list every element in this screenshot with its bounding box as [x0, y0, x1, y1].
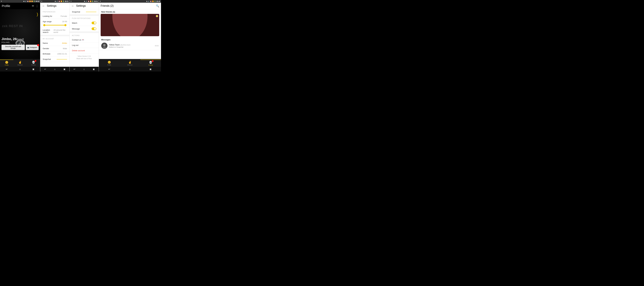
age-slider-right-thumb[interactable]	[64, 24, 66, 26]
location-search-row[interactable]: Location search All around the world	[40, 27, 70, 35]
search-icon[interactable]: 🔍	[156, 4, 159, 8]
edit-icon[interactable]: ✏	[32, 4, 34, 8]
discover-nav-emoji-f: ✌️	[128, 61, 132, 64]
volume-icon: 🔊	[25, 1, 26, 2]
recents-android-icon-s1[interactable]: ▣	[64, 68, 66, 70]
recents-android-icon-s2[interactable]: ▣	[93, 68, 95, 70]
profile-top-bar: Profile ✏ ⋮	[0, 3, 40, 9]
snapchat-row[interactable]: Snapchat	[40, 57, 70, 62]
section-divider-s2	[70, 15, 99, 16]
settings-notifications-content: Snapchat PUSH NOTIFICATIONS Match Messag…	[70, 9, 99, 67]
wifi-icon-s1: 📶	[60, 1, 62, 2]
looking-for-value: Female	[61, 15, 67, 17]
svg-point-2	[126, 17, 134, 27]
message-row-yellow-team[interactable]: Yellow Team @yellow.team Added on Snapch…	[99, 41, 161, 50]
nav-profile[interactable]: 😊 Profile	[0, 60, 14, 66]
back-android-icon-s2[interactable]: ↩	[74, 68, 75, 70]
nav-friends[interactable]: 💀 Friends 1	[27, 60, 40, 66]
status-icons-right: ⏺ 🔊 ⏰ 📶 📶 🔋 09:52	[23, 1, 39, 2]
home-android-icon-s2[interactable]: ⌂	[84, 68, 84, 70]
friends-nav-badge: 1	[35, 60, 36, 62]
recents-android-icon-f[interactable]: ▣	[150, 68, 152, 70]
profile-nav-emoji-f: 😊	[108, 61, 111, 64]
profile-info: Jimbo, 26 POLAND, Describe yourself with…	[2, 37, 39, 50]
profile-image: ) 🦝	[0, 9, 40, 59]
alarm-icon-s1: ⏰	[58, 1, 60, 2]
back-button-s1[interactable]: ←	[42, 4, 45, 8]
wifi-icon-s2: 📶	[90, 1, 92, 2]
name-label: Name	[43, 42, 48, 44]
download-icon-s2: ⬇	[70, 1, 72, 2]
instagram-btn-label: Instagram	[30, 47, 37, 48]
back-button-s2[interactable]: ←	[71, 4, 74, 8]
message-toggle[interactable]	[92, 27, 96, 30]
nav-friends-f[interactable]: 💀 Friends 1	[140, 60, 161, 66]
battery-icon-s2: 🔋	[92, 1, 94, 2]
looking-for-row[interactable]: Looking for Female	[40, 14, 70, 19]
friends-nav-label: Friends	[31, 64, 36, 66]
age-slider-row[interactable]	[40, 24, 70, 27]
age-range-row: Age range 18-98	[40, 19, 70, 24]
nav-discover-f[interactable]: ✌️ Discover	[120, 60, 140, 66]
new-friend-card[interactable]	[101, 14, 159, 36]
my-account-section-title: MY ACCOUNT	[40, 36, 70, 41]
profile-action-buttons: Describe yourself with Emojis 📷 Instagra…	[2, 45, 39, 50]
name-row[interactable]: Name Jimbo	[40, 41, 70, 46]
status-bar-profile: ⬇ ⏺ 🔊 ⏰ 📶 📶 🔋 09:52	[0, 0, 40, 3]
emoji-describe-button[interactable]: Describe yourself with Emojis	[2, 45, 25, 50]
back-android-icon[interactable]: ↩	[6, 68, 8, 70]
profile-title: Profile	[2, 4, 30, 8]
android-nav-friends: ↩ ⌂ ▣	[99, 67, 161, 72]
gender-value: Male	[63, 47, 67, 50]
match-toggle[interactable]	[92, 22, 96, 24]
home-android-icon[interactable]: ⌂	[19, 68, 20, 70]
bottom-nav-friends: 😊 Profile ✌️ Discover 💀 Friends 1	[99, 59, 161, 67]
age-range-label: Age range	[43, 20, 52, 23]
discover-nav-label-f: Discover	[127, 64, 132, 66]
alarm-icon-f: ⏰	[150, 1, 152, 2]
age-slider-track[interactable]	[43, 25, 66, 26]
age-slider-left-thumb[interactable]	[43, 24, 45, 26]
new-friends-section-title: New friends (1)	[99, 9, 161, 14]
birthdate-value: 1990-01-01	[57, 53, 67, 55]
volume-icon-s1: 🔊	[56, 1, 58, 2]
friends-nav-label-f: Friends	[148, 64, 153, 66]
home-android-icon-s1[interactable]: ⌂	[54, 68, 55, 70]
settings2-title: Settings	[76, 4, 97, 8]
bottom-nav-profile: 😊 Profile ✌️ Discover 💀 Friends 1	[0, 59, 40, 67]
actions-title: ACTIONS	[70, 33, 99, 37]
status-icons-left-f: ⬇	[100, 1, 101, 2]
back-android-icon-f[interactable]: ↩	[108, 68, 110, 70]
gender-row[interactable]: Gender Male	[40, 46, 70, 51]
emoji-btn-label: Describe yourself with Emojis	[3, 46, 23, 49]
friend-photo-svg	[101, 14, 159, 36]
log-out-row[interactable]: Log out	[70, 43, 99, 48]
birthdate-row[interactable]: Birthdate 1990-01-01	[40, 51, 70, 57]
snapchat-label: Snapchat	[43, 58, 51, 60]
more-icon[interactable]: ⋮	[36, 4, 38, 8]
nav-profile-f[interactable]: 😊 Profile	[99, 60, 120, 66]
home-android-icon-f[interactable]: ⌂	[129, 68, 130, 70]
snapchat-row-s2[interactable]: Snapchat	[70, 9, 99, 15]
message-preview-text: Added on Snapchat	[109, 46, 154, 48]
instagram-button[interactable]: 📷 Instagram 1	[26, 45, 39, 50]
battery-icon-f: 🔋	[154, 1, 156, 2]
record-icon: ⏺	[23, 1, 24, 2]
status-bar-friends: ⬇ ⏺ 🔊 ⏰ 📶 🔋 09:40	[99, 0, 161, 3]
wifi-icon: 📶	[29, 1, 31, 2]
svg-rect-0	[115, 14, 145, 36]
recents-android-icon[interactable]: ▣	[32, 68, 34, 70]
nav-discover[interactable]: ✌️ Discover	[14, 60, 27, 66]
age-range-value: 18-98	[62, 20, 67, 23]
delete-account-row[interactable]: Delete account	[70, 48, 99, 53]
back-android-icon-s1[interactable]: ↩	[44, 68, 46, 70]
contact-us-row[interactable]: Contact us 💌	[70, 37, 99, 43]
android-nav-s2: ↩ ⌂ ▣	[70, 67, 99, 72]
version-text: Yellow Version 2.3.6	[71, 55, 97, 58]
message-notification-row[interactable]: Message	[70, 26, 99, 32]
svg-point-7	[102, 47, 106, 49]
messages-section-title: Messages	[99, 37, 161, 41]
match-notification-row[interactable]: Match	[70, 20, 99, 26]
download-icon-f: ⬇	[100, 1, 101, 2]
looking-for-label: Looking for	[43, 15, 52, 17]
